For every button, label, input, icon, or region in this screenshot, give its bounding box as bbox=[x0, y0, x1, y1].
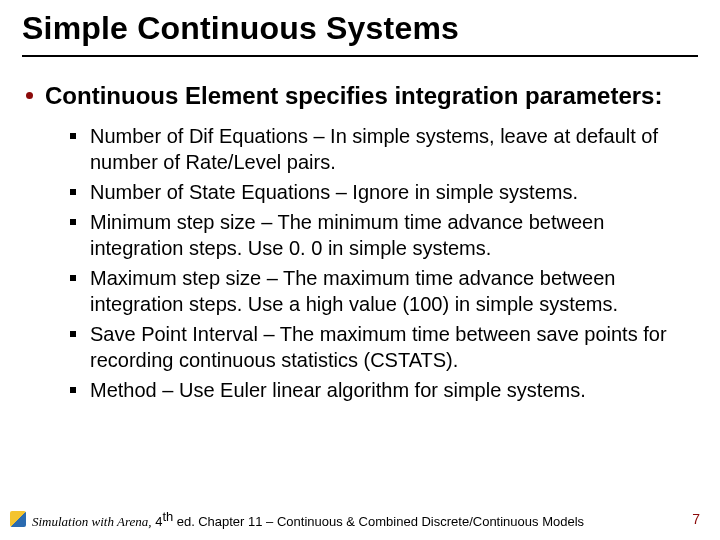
list-item-text: Number of Dif Equations – In simple syst… bbox=[90, 123, 698, 175]
list-item: Number of Dif Equations – In simple syst… bbox=[70, 123, 698, 175]
slide: Simple Continuous Systems Continuous Ele… bbox=[0, 0, 720, 540]
square-bullet-icon bbox=[70, 387, 76, 393]
book-cover-icon bbox=[10, 511, 26, 527]
footer-text: Simulation with Arena, 4th ed. Chapter 1… bbox=[32, 509, 692, 530]
list-item-text: Method – Use Euler linear algorithm for … bbox=[90, 377, 586, 403]
list-item-text: Maximum step size – The maximum time adv… bbox=[90, 265, 698, 317]
square-bullet-icon bbox=[70, 189, 76, 195]
square-bullet-icon bbox=[70, 219, 76, 225]
footer-edition-pre: 4 bbox=[152, 514, 163, 529]
square-bullet-icon bbox=[70, 275, 76, 281]
sub-bullet-list: Number of Dif Equations – In simple syst… bbox=[70, 123, 698, 403]
page-number: 7 bbox=[692, 511, 700, 527]
list-item-text: Save Point Interval – The maximum time b… bbox=[90, 321, 698, 373]
list-item: Save Point Interval – The maximum time b… bbox=[70, 321, 698, 373]
bullet-dot-icon bbox=[26, 92, 33, 99]
list-item: Maximum step size – The maximum time adv… bbox=[70, 265, 698, 317]
square-bullet-icon bbox=[70, 133, 76, 139]
footer-edition-post: ed. bbox=[173, 514, 195, 529]
list-item: Number of State Equations – Ignore in si… bbox=[70, 179, 698, 205]
footer-chapter: Chapter 11 – Continuous & Combined Discr… bbox=[198, 514, 584, 529]
bullet-level1-text: Continuous Element specifies integration… bbox=[45, 81, 662, 111]
footer-edition-sup: th bbox=[162, 509, 173, 524]
list-item-text: Number of State Equations – Ignore in si… bbox=[90, 179, 578, 205]
list-item: Method – Use Euler linear algorithm for … bbox=[70, 377, 698, 403]
slide-footer: Simulation with Arena, 4th ed. Chapter 1… bbox=[0, 509, 720, 530]
footer-book-title: Simulation with Arena, bbox=[32, 514, 152, 529]
bullet-level1: Continuous Element specifies integration… bbox=[26, 81, 698, 111]
slide-title: Simple Continuous Systems bbox=[22, 10, 698, 47]
list-item: Minimum step size – The minimum time adv… bbox=[70, 209, 698, 261]
title-divider bbox=[22, 55, 698, 57]
square-bullet-icon bbox=[70, 331, 76, 337]
list-item-text: Minimum step size – The minimum time adv… bbox=[90, 209, 698, 261]
